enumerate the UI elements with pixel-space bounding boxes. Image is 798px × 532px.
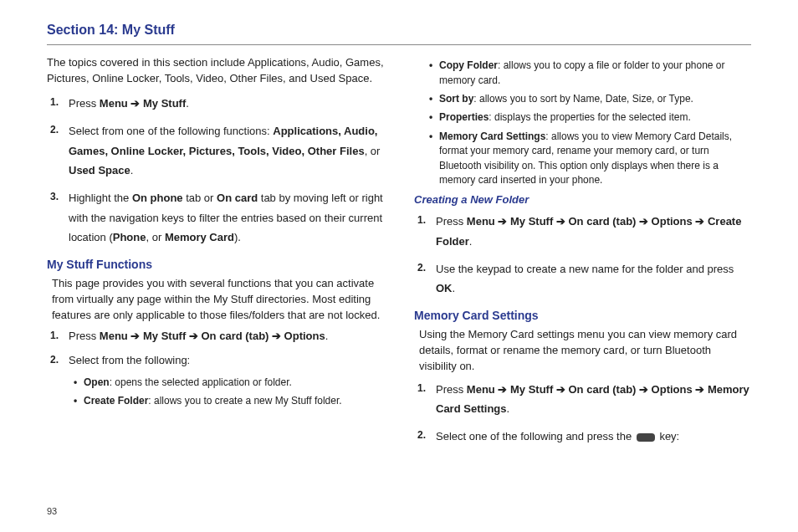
bullet-list-top: Copy Folder: allows you to copy a file o… [414, 59, 751, 187]
heading-memory-card-settings: Memory Card Settings [414, 307, 751, 324]
memory-intro: Using the Memory Card settings menu you … [419, 327, 751, 375]
text: ). [234, 231, 241, 243]
bold-path: Menu ➔ My Stuff ➔ On card (tab) ➔ Option… [436, 383, 749, 415]
text: Press [69, 330, 100, 342]
step-c2: 2. Use the keypad to create a new name f… [436, 259, 751, 299]
text: Use the keypad to create a new name for … [436, 263, 734, 275]
text: : opens the selected application or fold… [110, 376, 292, 388]
text: Highlight the [69, 192, 132, 204]
step-a1: 1. Press Menu ➔ My Stuff. [69, 94, 384, 113]
bullet-t2: Properties: displays the properties for … [439, 110, 751, 125]
page-number: 93 [47, 505, 57, 519]
bold: Create Folder [84, 395, 148, 407]
bold: Sort by [439, 93, 473, 105]
two-column-layout: The topics covered in this section inclu… [47, 55, 751, 455]
bold: Properties [439, 111, 489, 123]
step-a3: 3. Highlight the On phone tab or On card… [69, 188, 384, 247]
text: key: [657, 430, 679, 442]
text: : allows you to create a new My Stuff fo… [148, 395, 341, 407]
functions-intro: This page provides you with several func… [52, 276, 384, 324]
steps-list-a: 1. Press Menu ➔ My Stuff. 2. Select from… [47, 94, 384, 248]
text: , or [365, 145, 381, 157]
heading-creating-folder: Creating a New Folder [414, 192, 751, 208]
bold: On phone [132, 192, 183, 204]
intro-text: The topics covered in this section inclu… [47, 55, 384, 87]
bold: On card [217, 192, 258, 204]
bold-path: Menu ➔ My Stuff ➔ On card (tab) ➔ Option… [436, 215, 741, 247]
bold: Memory Card [165, 231, 234, 243]
bullet-t0: Copy Folder: allows you to copy a file o… [439, 59, 751, 88]
ok-key-icon [637, 433, 655, 442]
step-d2: 2. Select one of the following and press… [436, 427, 751, 446]
bold-path: Menu ➔ My Stuff ➔ On card (tab) ➔ Option… [100, 330, 325, 342]
text: Select from the following: [69, 354, 190, 366]
steps-list-b: 1. Press Menu ➔ My Stuff ➔ On card (tab)… [47, 328, 384, 368]
text: Select one of the following and press th… [436, 430, 635, 442]
bold: Memory Card Settings [439, 130, 545, 142]
step-b1: 1. Press Menu ➔ My Stuff ➔ On card (tab)… [69, 328, 384, 345]
right-column: Copy Folder: allows you to copy a file o… [414, 55, 751, 455]
bold: Used Space [69, 164, 130, 176]
bold-path: Menu ➔ My Stuff [100, 97, 186, 110]
left-column: The topics covered in this section inclu… [47, 55, 384, 455]
step-b2: 2. Select from the following: [69, 352, 384, 369]
text: : allows you to sort by Name, Date, Size… [473, 93, 693, 105]
text: Press [69, 97, 100, 110]
text: Press [436, 383, 467, 396]
bold: Open [84, 376, 110, 388]
bullet-t3: Memory Card Settings: allows you to view… [439, 130, 751, 188]
text: : displays the properties for the select… [489, 111, 690, 123]
steps-list-c: 1. Press Menu ➔ My Stuff ➔ On card (tab)… [414, 212, 751, 299]
heading-my-stuff-functions: My Stuff Functions [47, 256, 384, 273]
step-d1: 1. Press Menu ➔ My Stuff ➔ On card (tab)… [436, 380, 751, 419]
bullet-t1: Sort by: allows you to sort by Name, Dat… [439, 92, 751, 106]
bold: Phone [113, 231, 146, 243]
bullet-b1: Create Folder: allows you to create a ne… [84, 394, 384, 408]
step-a2: 2. Select from one of the following func… [69, 121, 384, 180]
step-c1: 1. Press Menu ➔ My Stuff ➔ On card (tab)… [436, 212, 751, 251]
text: Press [436, 215, 467, 228]
text: Select from one of the following functio… [69, 125, 273, 137]
text: , or [146, 231, 164, 243]
bold: Copy Folder [439, 59, 498, 71]
section-title: Section 14: My Stuff [47, 20, 751, 45]
steps-list-d: 1. Press Menu ➔ My Stuff ➔ On card (tab)… [414, 380, 751, 447]
text: tab or [183, 192, 217, 204]
bold: OK [436, 282, 453, 294]
bullet-list-b: Open: opens the selected application or … [47, 376, 384, 409]
bullet-b0: Open: opens the selected application or … [84, 376, 384, 390]
